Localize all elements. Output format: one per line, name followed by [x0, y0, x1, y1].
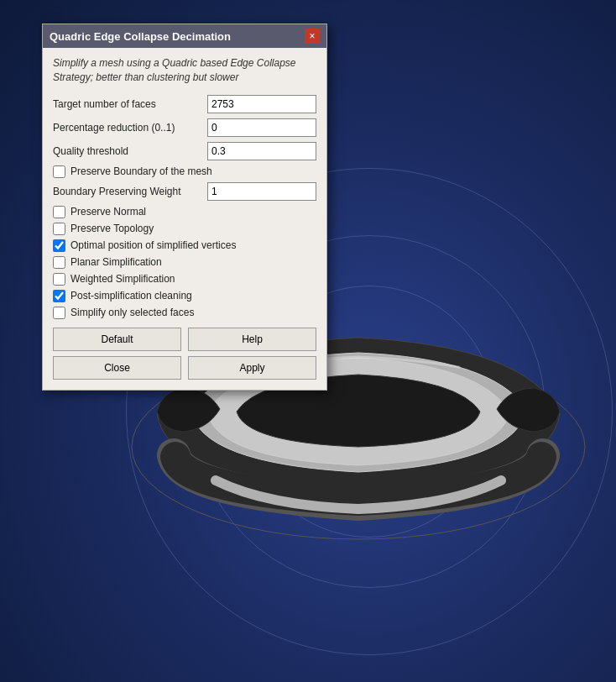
weighted-simplification-checkbox[interactable]	[53, 273, 65, 286]
apply-button[interactable]: Apply	[188, 356, 316, 380]
optimal-position-row: Optimal position of simplified vertices	[53, 239, 316, 252]
buttons-row-2: Close Apply	[53, 356, 316, 380]
post-simplification-checkbox[interactable]	[53, 290, 65, 302]
dialog-window: Quadric Edge Collapse Decimation × Simpl…	[42, 24, 327, 391]
preserve-normal-row: Preserve Normal	[53, 206, 316, 218]
preserve-topology-label: Preserve Topology	[70, 223, 154, 234]
help-button[interactable]: Help	[188, 328, 316, 351]
preserve-topology-row: Preserve Topology	[53, 223, 316, 235]
weighted-simplification-label: Weighted Simplification	[70, 273, 175, 285]
boundary-weight-label: Boundary Preserving Weight	[53, 186, 207, 197]
post-simplification-row: Post-simplification cleaning	[53, 290, 316, 302]
dialog-body: Simplify a mesh using a Quadric based Ed…	[43, 48, 326, 390]
optimal-position-checkbox[interactable]	[53, 239, 65, 252]
buttons-row-1: Default Help	[53, 328, 316, 351]
planar-simplification-row: Planar Simplification	[53, 256, 316, 269]
preserve-normal-label: Preserve Normal	[70, 206, 146, 218]
preserve-boundary-row: Preserve Boundary of the mesh	[53, 165, 316, 178]
percentage-reduction-input[interactable]	[207, 118, 316, 137]
boundary-weight-row: Boundary Preserving Weight	[53, 182, 316, 201]
preserve-topology-checkbox[interactable]	[53, 223, 65, 235]
preserve-boundary-checkbox[interactable]	[53, 165, 65, 178]
quality-threshold-input[interactable]	[207, 142, 316, 160]
quality-threshold-label: Quality threshold	[53, 145, 207, 157]
target-faces-input[interactable]	[207, 95, 316, 113]
preserve-normal-checkbox[interactable]	[53, 206, 65, 218]
dialog-title: Quadric Edge Collapse Decimation	[50, 30, 231, 43]
close-icon-button[interactable]: ×	[305, 29, 320, 44]
default-button[interactable]: Default	[53, 328, 181, 351]
post-simplification-label: Post-simplification cleaning	[70, 290, 192, 302]
planar-simplification-checkbox[interactable]	[53, 256, 65, 269]
simplify-selected-label: Simplify only selected faces	[70, 307, 194, 318]
quality-threshold-row: Quality threshold	[53, 142, 316, 160]
boundary-weight-input[interactable]	[207, 182, 316, 201]
dialog-titlebar: Quadric Edge Collapse Decimation ×	[43, 24, 326, 48]
dialog-description: Simplify a mesh using a Quadric based Ed…	[53, 56, 316, 85]
target-faces-row: Target number of faces	[53, 95, 316, 113]
preserve-boundary-label: Preserve Boundary of the mesh	[70, 165, 212, 177]
optimal-position-label: Optimal position of simplified vertices	[70, 239, 236, 251]
percentage-reduction-label: Percentage reduction (0..1)	[53, 122, 207, 134]
planar-simplification-label: Planar Simplification	[70, 256, 162, 268]
percentage-reduction-row: Percentage reduction (0..1)	[53, 118, 316, 137]
weighted-simplification-row: Weighted Simplification	[53, 273, 316, 286]
simplify-selected-row: Simplify only selected faces	[53, 307, 316, 319]
target-faces-label: Target number of faces	[53, 98, 207, 110]
close-button[interactable]: Close	[53, 356, 181, 380]
simplify-selected-checkbox[interactable]	[53, 307, 65, 319]
